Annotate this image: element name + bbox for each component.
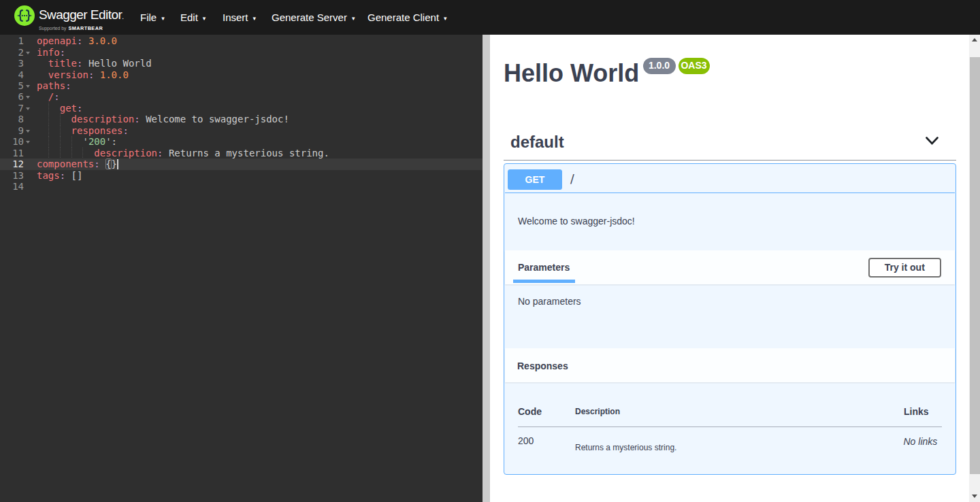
code-token-colon: :: [54, 91, 59, 102]
line-number: 2: [0, 47, 24, 58]
code-token-quote: ': [82, 136, 88, 147]
code-text: '200':: [37, 136, 117, 148]
menu-item-insert[interactable]: Insert▾: [223, 12, 256, 24]
code-token-plain: [37, 114, 71, 124]
code-text: components: {}: [37, 158, 117, 170]
editor-line-1[interactable]: 1openapi: 3.0.0: [0, 35, 483, 47]
scrollbar-down-icon[interactable]: [972, 495, 977, 498]
responses-label: Responses: [517, 361, 568, 371]
tag-divider: [504, 160, 956, 161]
code-token-key: components: [37, 158, 94, 169]
code-token-plain: }: [112, 158, 117, 169]
fold-arrow-icon[interactable]: [26, 141, 30, 144]
operation-description: Welcome to swagger-jsdoc!: [518, 216, 635, 227]
code-text: openapi: 3.0.0: [37, 35, 117, 47]
code-token-str: 200: [88, 136, 105, 147]
response-row-code: 200: [518, 436, 534, 446]
code-token-plain: Hello World: [82, 58, 151, 69]
code-token-plain: [37, 136, 82, 147]
code-token-plain: [37, 125, 71, 136]
menu-item-label: Generate Client: [368, 12, 439, 23]
swagger-logo-icon: [14, 5, 35, 26]
fold-arrow-icon[interactable]: [26, 52, 30, 54]
logo-dot: [21, 15, 22, 16]
line-number: 5: [0, 80, 24, 92]
code-token-num: 3.0.0: [88, 35, 117, 46]
line-number: 6: [0, 91, 24, 103]
code-token-plain: [37, 91, 48, 102]
menu-item-edit[interactable]: Edit▾: [180, 12, 206, 24]
menu-item-file[interactable]: File▾: [140, 12, 165, 24]
logo-title: Swagger Editor.: [39, 7, 123, 22]
responses-col-description: Description: [575, 407, 620, 416]
code-token-colon: :: [94, 158, 99, 169]
code-token-plain: [100, 158, 105, 169]
editor-line-12[interactable]: 12components: {}: [0, 158, 483, 170]
yaml-editor[interactable]: 1openapi: 3.0.02info:3 title: Hello Worl…: [0, 35, 483, 502]
caret-down-icon: ▾: [203, 12, 206, 24]
tag-default[interactable]: default: [510, 133, 564, 151]
code-text: responses:: [37, 125, 129, 137]
menu-item-generate-client[interactable]: Generate Client▾: [368, 12, 447, 24]
fold-arrow-icon[interactable]: [26, 96, 30, 99]
editor-line-2[interactable]: 2info:: [0, 47, 483, 58]
code-token-plain: [37, 69, 48, 80]
line-number: 10: [0, 136, 24, 148]
scrollbar-thumb[interactable]: [970, 57, 980, 474]
editor-line-13[interactable]: 13tags: []: [0, 170, 483, 182]
operation-path[interactable]: /: [570, 172, 574, 186]
code-text: paths:: [37, 80, 71, 92]
try-it-out-button[interactable]: Try it out: [868, 258, 942, 278]
fold-arrow-icon[interactable]: [26, 85, 30, 88]
scrollbar-up-icon[interactable]: [972, 38, 977, 41]
code-token-quote: ': [105, 136, 111, 147]
editor-line-4[interactable]: 4 version: 1.0.0: [0, 69, 483, 81]
operation-summary-divider: [505, 193, 956, 193]
fold-arrow-icon[interactable]: [26, 107, 30, 110]
editor-line-3[interactable]: 3 title: Hello World: [0, 58, 483, 69]
code-text: /:: [37, 91, 60, 103]
line-number: 4: [0, 69, 24, 81]
code-token-colon: :: [60, 47, 65, 58]
caret-down-icon: ▾: [444, 12, 447, 24]
get-method-button[interactable]: GET: [508, 169, 562, 190]
line-number: 3: [0, 58, 24, 69]
code-token-colon: :: [134, 114, 140, 124]
editor-line-5[interactable]: 5paths:: [0, 80, 483, 92]
editor-line-10[interactable]: 10 '200':: [0, 136, 483, 148]
editor-line-7[interactable]: 7 get:: [0, 103, 483, 114]
fold-arrow-icon[interactable]: [26, 130, 30, 133]
topbar: Swagger Editor. Supported bySMARTBEAR Fi…: [0, 0, 980, 35]
tab-parameters[interactable]: Parameters: [518, 263, 570, 273]
code-token-key: paths: [37, 80, 65, 91]
api-title: Hello World: [504, 61, 639, 86]
code-token-key: description: [94, 148, 157, 158]
code-token-plain: Welcome to swagger-jsdoc!: [140, 114, 289, 124]
logo-dot: [26, 15, 27, 16]
code-token-colon: :: [60, 170, 65, 181]
supported-by-label: Supported by: [39, 26, 66, 31]
editor-line-9[interactable]: 9 responses:: [0, 125, 483, 137]
line-number: 9: [0, 125, 24, 137]
editor-line-6[interactable]: 6 /:: [0, 91, 483, 103]
smartbear-label: SMARTBEAR: [68, 25, 103, 31]
code-text: version: 1.0.0: [37, 69, 129, 81]
caret-down-icon: ▾: [253, 12, 257, 24]
code-token-key: title: [48, 58, 77, 69]
line-number: 14: [0, 181, 24, 193]
menu-item-label: Edit: [180, 12, 198, 23]
code-token-plain: [37, 58, 48, 69]
response-row-description: Returns a mysterious string.: [575, 444, 676, 452]
code-token-key: info: [37, 47, 60, 58]
chevron-down-icon[interactable]: [926, 137, 938, 145]
responses-col-code: Code: [518, 407, 542, 417]
pane-splitter[interactable]: [483, 35, 490, 502]
code-token-key: openapi: [37, 35, 77, 46]
editor-line-11[interactable]: 11 description: Returns a mysterious str…: [0, 148, 483, 159]
editor-line-14[interactable]: 14: [0, 181, 483, 193]
caret-down-icon: ▾: [161, 12, 165, 24]
code-token-plain: []: [65, 170, 82, 181]
menu-item-generate-server[interactable]: Generate Server▾: [272, 12, 355, 24]
editor-line-8[interactable]: 8 description: Welcome to swagger-jsdoc!: [0, 114, 483, 125]
responses-col-links: Links: [904, 407, 929, 417]
